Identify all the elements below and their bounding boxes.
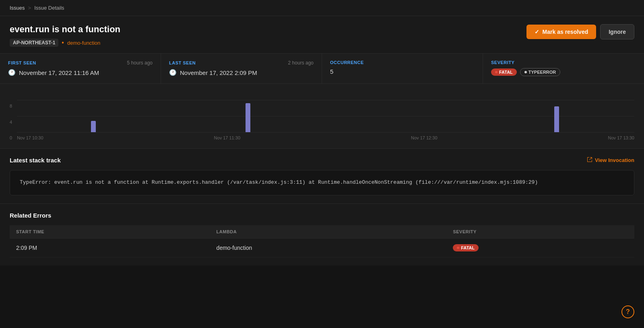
typeerror-dot — [524, 71, 527, 73]
first-seen-ago: 5 hours ago — [127, 60, 153, 66]
occurrence-value: 5 — [330, 68, 475, 75]
clock-icon-last: 🕐 — [169, 69, 177, 76]
gridline-bottom — [17, 132, 634, 133]
chart-y-labels: 8 4 0 — [10, 104, 12, 140]
chart-bar-1 — [91, 121, 96, 132]
cell-severity: FATAL — [446, 238, 634, 257]
stat-severity: SEVERITY FATAL TYPEERROR — [483, 54, 644, 83]
stat-last-seen: LAST SEEN 2 hours ago 🕐 November 17, 202… — [161, 54, 322, 83]
header-tags: AP-NORTHEAST-1 • demo-function — [10, 39, 120, 47]
last-seen-value: 🕐 November 17, 2022 2:09 PM — [169, 69, 314, 76]
col-lambda: LAMBDA — [210, 225, 447, 239]
severity-badges: FATAL TYPEERROR — [491, 68, 636, 76]
chart-bar-2 — [246, 103, 250, 132]
chart-container: 8 4 0 Nov 17 10:30 Nov 17 11:30 Nov 17 1… — [10, 92, 634, 140]
y-label-8: 8 — [10, 104, 12, 108]
table-row[interactable]: 2:09 PM demo-function FATAL — [10, 238, 634, 257]
breadcrumb-current: Issue Details — [34, 5, 64, 11]
region-tag: AP-NORTHEAST-1 — [10, 39, 58, 47]
checkmark-icon: ✓ — [535, 29, 539, 35]
stat-first-seen: FIRST SEEN 5 hours ago 🕐 November 17, 20… — [0, 54, 161, 83]
y-label-4: 4 — [10, 120, 12, 125]
last-seen-label: LAST SEEN — [169, 60, 196, 65]
row-fatal-dot — [457, 247, 459, 249]
issue-title: event.run is not a function — [10, 24, 120, 35]
last-seen-ago: 2 hours ago — [288, 60, 314, 66]
table-header: START TIME LAMBDA SEVERITY — [10, 225, 634, 239]
x-label-2: Nov 17 11:30 — [214, 135, 240, 140]
stat-severity-header: SEVERITY — [491, 60, 636, 65]
chart-area: Nov 17 10:30 Nov 17 11:30 Nov 17 12:30 N… — [17, 96, 634, 140]
chart-x-labels: Nov 17 10:30 Nov 17 11:30 Nov 17 12:30 N… — [17, 135, 634, 140]
cell-lambda: demo-function — [210, 238, 447, 257]
stack-trace-box: TypeError: event.run is not a function a… — [10, 170, 634, 195]
view-invocation-link[interactable]: View Invocation — [587, 157, 634, 164]
col-severity: SEVERITY — [446, 225, 634, 239]
issue-header: event.run is not a function AP-NORTHEAST… — [0, 16, 644, 54]
table-body: 2:09 PM demo-function FATAL — [10, 238, 634, 257]
table-header-row: START TIME LAMBDA SEVERITY — [10, 225, 634, 239]
row-fatal-badge: FATAL — [453, 244, 479, 251]
breadcrumb-separator: > — [28, 5, 31, 11]
stats-row: FIRST SEEN 5 hours ago 🕐 November 17, 20… — [0, 54, 644, 84]
tag-separator: • — [62, 39, 64, 46]
cell-start-time: 2:09 PM — [10, 238, 210, 257]
first-seen-label: FIRST SEEN — [8, 60, 36, 65]
col-start-time: START TIME — [10, 225, 210, 239]
occurrence-label: OCCURRENCE — [330, 60, 364, 65]
severity-label: SEVERITY — [491, 60, 514, 65]
stat-occurrence-header: OCCURRENCE — [330, 60, 475, 65]
fatal-badge: FATAL — [491, 69, 517, 76]
stack-trace-text: TypeError: event.run is not a function a… — [20, 179, 624, 187]
typeerror-badge: TYPEERROR — [520, 68, 560, 76]
stat-first-seen-header: FIRST SEEN 5 hours ago — [8, 60, 153, 66]
help-icon[interactable]: ? — [621, 305, 634, 318]
fatal-dot — [495, 71, 497, 73]
ignore-button[interactable]: Ignore — [600, 24, 634, 39]
chart-bar-3 — [554, 106, 559, 132]
clock-icon-first: 🕐 — [8, 69, 16, 76]
stack-track-header: Latest stack track View Invocation — [10, 157, 634, 164]
chart-bars — [17, 100, 634, 132]
external-link-icon — [587, 157, 592, 164]
x-label-3: Nov 17 12:30 — [411, 135, 437, 140]
stack-track-section: Latest stack track View Invocation TypeE… — [0, 149, 644, 204]
breadcrumb-issues-link[interactable]: Issues — [10, 5, 25, 11]
stat-occurrence: OCCURRENCE 5 — [322, 54, 483, 83]
y-label-0: 0 — [10, 136, 12, 140]
chart-section: 8 4 0 Nov 17 10:30 Nov 17 11:30 Nov 17 1… — [0, 84, 644, 149]
related-errors-title: Related Errors — [10, 212, 634, 219]
header-actions: ✓ Mark as resolved Ignore — [526, 24, 634, 39]
x-label-1: Nov 17 10:30 — [17, 135, 43, 140]
first-seen-value: 🕐 November 17, 2022 11:16 AM — [8, 69, 153, 76]
related-errors-table: START TIME LAMBDA SEVERITY 2:09 PM demo-… — [10, 225, 634, 257]
function-tag[interactable]: demo-function — [67, 40, 100, 46]
header-left: event.run is not a function AP-NORTHEAST… — [10, 24, 120, 47]
stack-track-title: Latest stack track — [10, 157, 61, 164]
resolve-button[interactable]: ✓ Mark as resolved — [526, 25, 597, 39]
x-label-4: Nov 17 13:30 — [608, 135, 634, 140]
breadcrumb: Issues > Issue Details — [0, 0, 644, 16]
related-errors-section: Related Errors START TIME LAMBDA SEVERIT… — [0, 204, 644, 266]
stat-last-seen-header: LAST SEEN 2 hours ago — [169, 60, 314, 66]
